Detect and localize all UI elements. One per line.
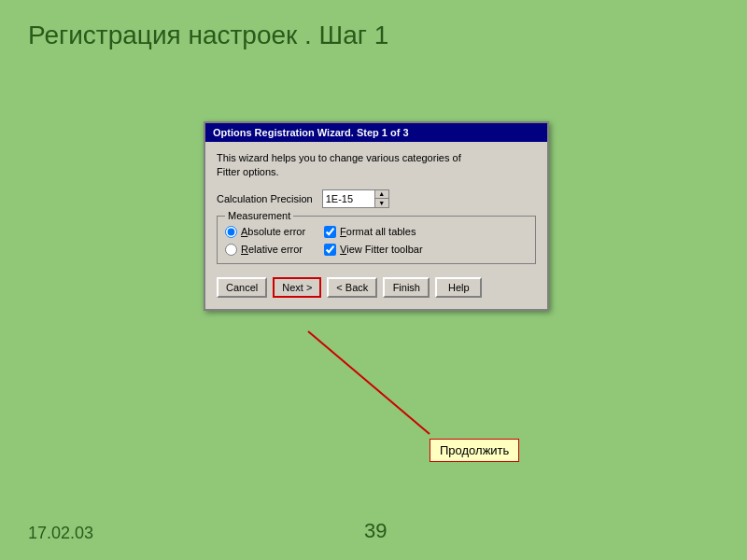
page-title: Регистрация настроек . Шаг 1 [28,21,388,50]
calc-precision-input[interactable] [323,192,374,205]
radio-relative[interactable] [225,244,237,256]
group-content: Absolute error Relative error Format all… [225,226,528,256]
spinner-container[interactable]: ▲ ▼ [322,189,389,208]
spinner-up-button[interactable]: ▲ [375,190,388,199]
button-row: Cancel Next > < Back Finish Help [217,272,536,300]
dialog-body: This wizard helps you to change various … [205,142,547,309]
spinner-down-button[interactable]: ▼ [375,199,388,207]
checkbox-format-tables-label[interactable]: Format all tables [324,226,422,238]
cancel-button[interactable]: Cancel [217,277,267,298]
checkbox-view-toolbar-text: View Fitter toolbar [340,244,422,255]
arrow-line [308,331,430,434]
help-button[interactable]: Help [435,277,482,298]
measurement-legend: Measurement [225,210,293,221]
dialog-titlebar: Options Registration Wizard. Step 1 of 3 [205,123,547,142]
spinner-buttons: ▲ ▼ [374,190,388,207]
finish-button[interactable]: Finish [383,277,430,298]
checkbox-view-toolbar-label[interactable]: View Fitter toolbar [324,244,422,256]
radio-relative-text: Relative error [241,244,303,255]
radio-absolute-label[interactable]: Absolute error [225,226,305,238]
radio-absolute[interactable] [225,226,237,238]
checkbox-column: Format all tables View Fitter toolbar [324,226,422,256]
radio-absolute-text: Absolute error [241,226,305,237]
footer-date: 17.02.03 [28,524,93,543]
next-button[interactable]: Next > [273,277,321,298]
dialog-description: This wizard helps you to change various … [217,151,536,180]
checkbox-view-toolbar[interactable] [324,244,336,256]
checkbox-format-tables[interactable] [324,226,336,238]
continue-button[interactable]: Продолжить [430,439,519,462]
footer-page-number: 39 [364,519,387,543]
radio-column: Absolute error Relative error [225,226,305,256]
measurement-group: Measurement Absolute error Relative erro… [217,216,536,264]
arrow-svg [308,331,458,443]
calc-precision-label: Calculation Precision [217,193,313,204]
radio-relative-label[interactable]: Relative error [225,244,305,256]
dialog-window: Options Registration Wizard. Step 1 of 3… [204,121,549,311]
back-button[interactable]: < Back [327,277,377,298]
checkbox-format-tables-text: Format all tables [340,226,416,237]
calc-precision-row: Calculation Precision ▲ ▼ [217,189,536,208]
